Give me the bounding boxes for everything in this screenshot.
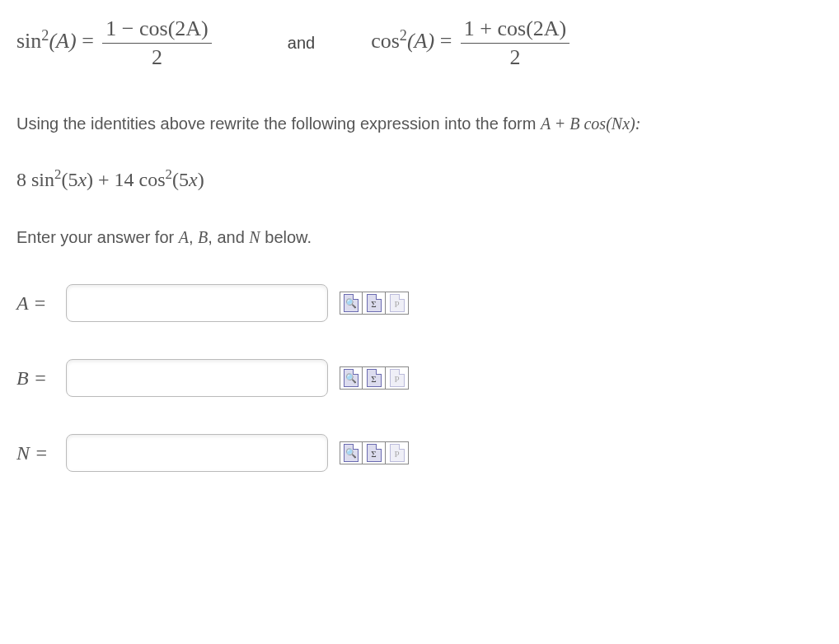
icon-group-b: 🔍 Σ P [340,366,409,390]
equation-editor-button[interactable]: Σ [363,292,386,315]
preview-button[interactable]: 🔍 [340,441,363,464]
answer-row-b: B = 🔍 Σ P [16,359,823,397]
expression: 8 sin2(5x) + 14 cos2(5x) [16,169,823,191]
and-label: and [288,34,315,53]
input-a[interactable] [66,284,328,322]
equation-editor-button[interactable]: Σ [363,366,386,390]
identities-row: sin2(A) = 1 − cos(2A) 2 and cos2(A) = 1 … [16,16,823,70]
help-button[interactable]: P [386,366,409,390]
label-n: N = [16,442,66,464]
preview-button[interactable]: 🔍 [340,292,363,315]
answer-row-a: A = 🔍 Σ P [16,284,823,322]
help-button[interactable]: P [386,292,409,315]
answer-row-n: N = 🔍 Σ P [16,434,823,472]
input-n[interactable] [66,434,328,472]
icon-group-a: 🔍 Σ P [340,292,409,315]
equation-editor-button[interactable]: Σ [363,441,386,464]
enter-prompt: Enter your answer for A, B, and N below. [16,228,823,247]
help-button[interactable]: P [386,441,409,464]
label-a: A = [16,292,66,315]
input-b[interactable] [66,359,328,397]
icon-group-n: 🔍 Σ P [340,441,409,464]
label-b: B = [16,367,66,390]
preview-button[interactable]: 🔍 [340,366,363,390]
sin-squared-identity: sin2(A) = 1 − cos(2A) 2 [16,16,215,70]
cos-squared-identity: cos2(A) = 1 + cos(2A) 2 [371,16,573,70]
instruction-text: Using the identities above rewrite the f… [16,111,823,136]
